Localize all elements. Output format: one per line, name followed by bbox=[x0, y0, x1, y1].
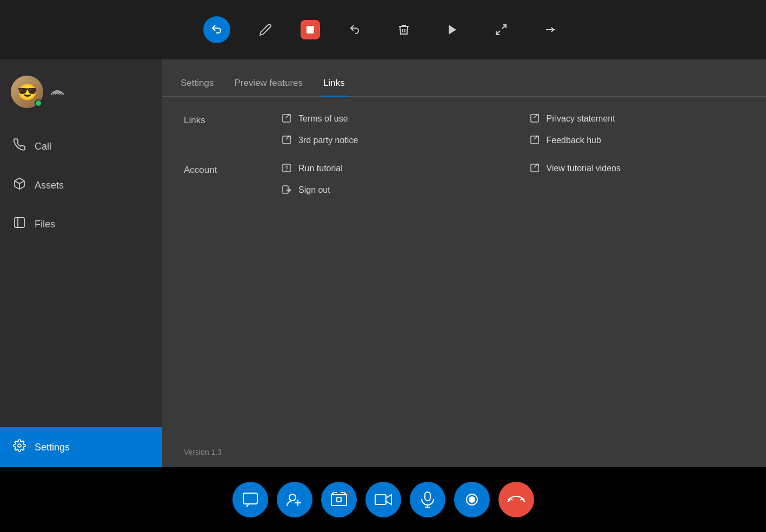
svg-rect-12 bbox=[283, 186, 288, 193]
svg-rect-6 bbox=[531, 115, 538, 122]
avatar: 😎 bbox=[11, 76, 43, 108]
svg-rect-20 bbox=[425, 492, 430, 501]
sidebar-call-label: Call bbox=[35, 141, 51, 152]
sidebar: 😎 Call bbox=[0, 59, 162, 467]
delete-button[interactable] bbox=[390, 16, 417, 43]
svg-rect-19 bbox=[375, 495, 386, 504]
terms-of-use-label: Terms of use bbox=[298, 114, 348, 124]
main-area: 😎 Call bbox=[0, 59, 766, 467]
sidebar-assets-label: Assets bbox=[35, 180, 64, 191]
links-section-label: Links bbox=[184, 113, 281, 146]
tab-links[interactable]: Links bbox=[321, 70, 347, 96]
tab-settings[interactable]: Settings bbox=[178, 70, 216, 96]
sidebar-item-call[interactable]: Call bbox=[0, 130, 162, 163]
svg-rect-7 bbox=[283, 136, 290, 144]
stop-record-button[interactable] bbox=[301, 20, 320, 39]
sidebar-item-assets[interactable]: Assets bbox=[0, 169, 162, 202]
pin-button[interactable] bbox=[536, 16, 563, 43]
undo-button[interactable] bbox=[342, 16, 369, 43]
screenshot-button[interactable] bbox=[321, 482, 357, 517]
question-icon-tutorial: ? bbox=[281, 163, 293, 174]
sidebar-settings-label: Settings bbox=[35, 442, 70, 453]
end-call-button[interactable] bbox=[498, 482, 534, 517]
external-link-icon-feedback bbox=[529, 134, 541, 146]
sidebar-profile: 😎 bbox=[0, 59, 162, 119]
feedback-hub-label: Feedback hub bbox=[547, 136, 601, 145]
links-section: Links Terms of use bbox=[184, 113, 744, 146]
svg-marker-0 bbox=[449, 25, 456, 35]
svg-point-14 bbox=[289, 494, 296, 501]
phone-icon bbox=[13, 138, 26, 154]
external-link-icon-3rdparty bbox=[281, 134, 293, 146]
sidebar-nav: Call Assets bbox=[0, 119, 162, 427]
add-participant-button[interactable] bbox=[277, 482, 312, 517]
files-icon bbox=[13, 216, 26, 232]
assets-icon bbox=[13, 177, 26, 193]
feedback-hub-link[interactable]: Feedback hub bbox=[529, 134, 745, 146]
third-party-notice-link[interactable]: 3rd party notice bbox=[281, 134, 497, 146]
external-link-icon-terms bbox=[281, 113, 293, 125]
cursor-back-button[interactable] bbox=[203, 16, 230, 43]
svg-rect-8 bbox=[531, 136, 538, 144]
svg-text:?: ? bbox=[285, 165, 288, 172]
external-link-icon-privacy bbox=[529, 113, 541, 125]
video-button[interactable] bbox=[365, 482, 401, 517]
tab-preview-features[interactable]: Preview features bbox=[232, 70, 305, 96]
account-section-content: ? Run tutorial View tutorial videos bbox=[281, 163, 744, 196]
svg-point-4 bbox=[18, 444, 21, 447]
run-tutorial-link[interactable]: ? Run tutorial bbox=[281, 163, 497, 174]
privacy-statement-link[interactable]: Privacy statement bbox=[529, 113, 745, 125]
svg-point-24 bbox=[469, 497, 475, 502]
terms-of-use-link[interactable]: Terms of use bbox=[281, 113, 497, 125]
svg-rect-11 bbox=[531, 164, 538, 172]
bottom-toolbar bbox=[0, 467, 766, 532]
microphone-button[interactable] bbox=[410, 482, 445, 517]
privacy-statement-label: Privacy statement bbox=[547, 114, 615, 124]
sign-out-label: Sign out bbox=[298, 185, 330, 195]
account-section: Account ? Run tutorial bbox=[184, 163, 744, 196]
links-section-content: Terms of use Privacy statement bbox=[281, 113, 744, 146]
view-tutorial-videos-label: View tutorial videos bbox=[547, 164, 621, 173]
sidebar-files-label: Files bbox=[35, 219, 55, 230]
record-button[interactable] bbox=[454, 482, 490, 517]
settings-gear-icon bbox=[13, 439, 26, 455]
sidebar-item-files[interactable]: Files bbox=[0, 207, 162, 241]
view-tutorial-videos-link[interactable]: View tutorial videos bbox=[529, 163, 745, 174]
svg-rect-18 bbox=[337, 497, 341, 502]
external-link-icon-tutorial-videos bbox=[529, 163, 541, 174]
top-toolbar bbox=[0, 0, 766, 59]
third-party-notice-label: 3rd party notice bbox=[298, 136, 358, 145]
settings-content: Links Terms of use bbox=[162, 97, 766, 467]
sign-out-icon bbox=[281, 184, 293, 196]
chat-button[interactable] bbox=[232, 482, 268, 517]
signal-strength-icon bbox=[50, 85, 65, 99]
sidebar-settings-button[interactable]: Settings bbox=[0, 427, 162, 467]
content-area: Settings Preview features Links Links bbox=[162, 59, 766, 467]
account-section-label: Account bbox=[184, 163, 281, 196]
svg-rect-13 bbox=[243, 493, 257, 504]
tabs-bar: Settings Preview features Links bbox=[162, 59, 766, 97]
version-label: Version 1.3 bbox=[184, 448, 222, 456]
pen-button[interactable] bbox=[252, 16, 279, 43]
run-tutorial-label: Run tutorial bbox=[298, 164, 343, 173]
sign-out-link[interactable]: Sign out bbox=[281, 184, 497, 196]
expand-button[interactable] bbox=[488, 16, 515, 43]
avatar-status-indicator bbox=[35, 99, 42, 107]
play-button[interactable] bbox=[439, 16, 466, 43]
svg-rect-17 bbox=[331, 495, 347, 506]
svg-rect-5 bbox=[283, 115, 290, 122]
